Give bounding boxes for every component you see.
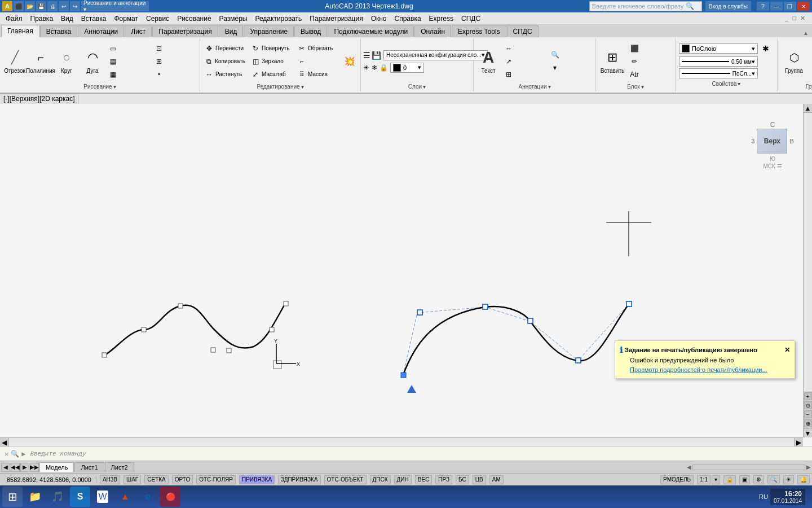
status-viewport-lock[interactable]: 🔒	[723, 475, 736, 484]
minimize-btn[interactable]: —	[770, 2, 783, 11]
group-btn[interactable]: ⬡ Группа	[780, 42, 808, 81]
autocad-btn[interactable]: 🔴	[160, 487, 180, 507]
tab-express-tools[interactable]: Express Tools	[452, 25, 506, 37]
layer-dropdown[interactable]: Несохраненная конфигурация сло... ▾	[383, 50, 488, 60]
redo-btn[interactable]: ↪	[70, 1, 80, 11]
modify-group-label[interactable]: Редактирование ▾	[202, 83, 358, 90]
tab-spds[interactable]: СПДС	[507, 25, 539, 37]
table-btn[interactable]: ⊞	[152, 55, 197, 68]
leader-btn[interactable]: ↗	[502, 55, 547, 68]
explode-btn[interactable]: 💥	[341, 42, 358, 81]
status-transparency[interactable]: ПРЗ	[435, 475, 452, 484]
hatch-btn[interactable]: ▤	[106, 55, 151, 68]
new-btn[interactable]: ⬛	[14, 1, 24, 11]
status-polar[interactable]: ОТС-ПОЛЯР	[196, 475, 236, 484]
menu-express[interactable]: Express	[426, 14, 457, 24]
rectangle-btn[interactable]: ▭	[106, 42, 151, 55]
scroll-right-btn[interactable]: ▶	[794, 438, 803, 447]
scroll-track-h[interactable]	[9, 438, 794, 446]
fillet-btn[interactable]: ⌐	[295, 55, 340, 68]
viewport-scroll[interactable]	[692, 465, 805, 470]
tab-home[interactable]: Главная	[1, 25, 39, 37]
command-run-btn[interactable]: ▶	[21, 450, 25, 458]
sub-maximize[interactable]: □	[791, 15, 797, 21]
scroll-up-btn[interactable]: ▲	[804, 104, 812, 113]
tab-insert[interactable]: Вставка	[40, 25, 78, 37]
torrent-btn[interactable]: ▲	[115, 487, 135, 507]
help-btn[interactable]: ?	[757, 2, 769, 11]
circle-btn[interactable]: ○ Круг	[54, 42, 79, 81]
menu-dimension[interactable]: Размеры	[216, 14, 251, 24]
scroll-down-btn[interactable]: ▼	[804, 428, 812, 437]
status-am[interactable]: АМ	[489, 475, 504, 484]
status-model[interactable]: РМОДЕЛЬ	[660, 475, 694, 484]
status-3d-osnap[interactable]: 3ДПРИВЯЗКА	[278, 475, 320, 484]
status-color[interactable]: ЦВ	[473, 475, 486, 484]
status-grid[interactable]: СЕТКА	[144, 475, 169, 484]
zoom-out-btn[interactable]: −	[804, 410, 812, 418]
layer-color-arrow[interactable]: ▾	[418, 64, 421, 71]
drawing-canvas[interactable]: X Y С 3	[0, 104, 812, 446]
tab-layout2[interactable]: Лист2	[105, 462, 134, 472]
draw-group-label[interactable]: Рисование ▾	[2, 83, 197, 90]
sub-close[interactable]: ✕	[799, 15, 806, 21]
status-ducs[interactable]: ДПСК	[370, 475, 391, 484]
ungroup-btn[interactable]: ⊡	[809, 49, 812, 61]
annot-more-btn[interactable]: ▾	[548, 62, 593, 74]
properties-group-label[interactable]: Свойства ▾	[679, 80, 774, 87]
status-osnap[interactable]: ПРИВЯЗКА	[239, 475, 275, 484]
tab-parametric[interactable]: Параметризация	[152, 25, 218, 37]
move-btn[interactable]: ✥ Перенести	[202, 42, 248, 55]
cube-msk[interactable]: МСК ☰	[750, 163, 795, 169]
plot-btn[interactable]: 🖨	[47, 1, 58, 11]
menu-view[interactable]: Вид	[58, 14, 77, 24]
array-btn[interactable]: ⠿ Массив	[295, 68, 340, 81]
app-icon[interactable]: A	[2, 1, 12, 11]
skype-btn[interactable]: S	[70, 487, 90, 507]
pan-btn[interactable]: ⊕	[804, 419, 812, 427]
tab-annotations[interactable]: Аннотации	[78, 25, 124, 37]
grip-1[interactable]	[102, 353, 107, 357]
close-btn[interactable]: ✕	[797, 2, 810, 11]
search-icon[interactable]: 🔍	[686, 2, 694, 10]
cube-top-face[interactable]: Верх	[757, 129, 787, 154]
ribbon-collapse[interactable]: ▲	[801, 29, 811, 37]
status-an3v[interactable]: АН3В	[100, 475, 120, 484]
grip-5[interactable]	[227, 348, 231, 353]
create-block-btn[interactable]: ⬛	[628, 42, 673, 55]
sub-minimize[interactable]: _	[784, 15, 789, 21]
layer-save-icon[interactable]: 💾	[372, 51, 381, 60]
status-sun[interactable]: ☀	[783, 475, 794, 484]
tab-manage[interactable]: Управление	[244, 25, 294, 37]
insert-btn[interactable]: ⊞ Вставить	[598, 42, 626, 81]
group-edit-btn[interactable]: ✏	[809, 62, 812, 74]
notification-close-btn[interactable]: ✕	[784, 346, 790, 354]
tab-layout1[interactable]: Лист1	[74, 462, 104, 472]
status-dyn[interactable]: ДИН	[394, 475, 412, 484]
menu-service[interactable]: Сервис	[143, 14, 173, 24]
menu-draw[interactable]: Рисование	[174, 14, 214, 24]
arc-btn[interactable]: ◠ Дуга	[80, 42, 105, 81]
command-close-btn[interactable]: ✕	[5, 450, 8, 458]
scale-btn[interactable]: ⤢ Масштаб	[249, 68, 294, 81]
line-btn[interactable]: ╱ Отрезок	[2, 42, 27, 81]
menu-edit[interactable]: Правка	[27, 14, 57, 24]
save-btn[interactable]: 💾	[36, 1, 46, 11]
mirror-btn[interactable]: ◫ Зеркало	[249, 55, 294, 68]
grip-sel-3[interactable]	[483, 304, 488, 309]
annotations-group-expand[interactable]: ▾	[548, 84, 551, 90]
grip-sel-5[interactable]	[576, 358, 581, 363]
layers-group-expand[interactable]: ▾	[423, 84, 426, 90]
start-btn[interactable]: ⊞	[2, 487, 23, 507]
sheet-first-btn[interactable]: ◀◀	[11, 463, 20, 472]
tab-online[interactable]: Онлайн	[414, 25, 451, 37]
status-isometry[interactable]: ▣	[739, 475, 750, 484]
status-ortho[interactable]: ОРТО	[172, 475, 193, 484]
dim-btn[interactable]: ↔	[502, 42, 547, 55]
menu-param[interactable]: Параметризация	[306, 14, 366, 24]
point-btn[interactable]: •	[152, 68, 197, 81]
color-dropdown[interactable]: ПоСлою ▾	[679, 43, 758, 54]
attrib-btn[interactable]: Atr	[628, 68, 673, 81]
layer-lock-icon[interactable]: 🔒	[379, 64, 388, 72]
grip-6[interactable]	[270, 327, 274, 332]
